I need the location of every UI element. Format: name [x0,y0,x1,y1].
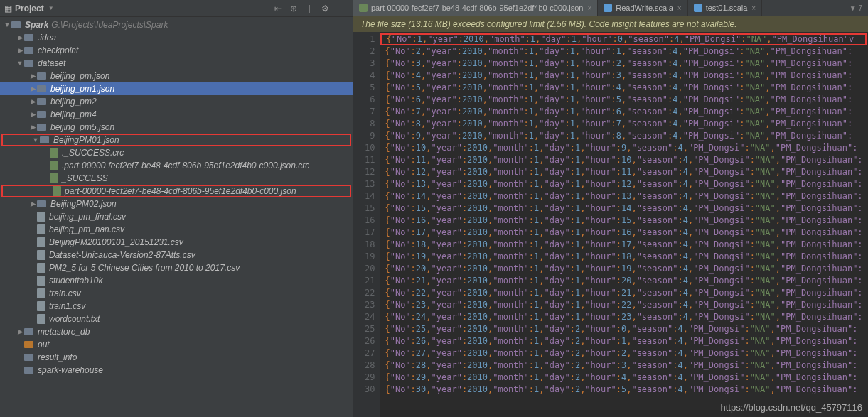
tree-item[interactable]: ▶.idea [0,31,353,44]
expand-arrow-icon[interactable]: ▶ [28,200,37,207]
expand-arrow-icon[interactable]: ▶ [16,328,24,335]
code-line[interactable]: {"No":20,"year":2010,"month":1,"day":1,"… [380,263,868,275]
close-icon[interactable]: × [677,4,682,12]
code-line[interactable]: {"No":18,"year":2010,"month":1,"day":1,"… [380,239,868,251]
expand-arrow-icon[interactable]: ▶ [16,34,24,41]
code-line[interactable]: {"No":27,"year":2010,"month":1,"day":2,"… [380,347,868,359]
code-line[interactable]: {"No":7,"year":2010,"month":1,"day":1,"h… [380,106,868,118]
editor-tab[interactable]: part-00000-fecf2ef7-be48-4cdf-806b-95ef1… [353,0,598,16]
tree-root[interactable]: ▼ Spark G:\Projects\IdeaProjects\Spark [0,18,353,31]
close-icon[interactable]: × [587,4,591,12]
tree-item[interactable]: .part-00000-fecf2ef7-be48-4cdf-806b-95ef… [0,159,353,172]
collapse-icon[interactable]: ⇤ [272,2,284,15]
collapse-arrow-icon[interactable]: ▼ [16,60,24,67]
code-line[interactable]: {"No":24,"year":2010,"month":1,"day":1,"… [380,311,868,323]
expand-arrow-icon[interactable]: ▶ [28,124,37,131]
code-editor[interactable]: 1234567891011121314151617181920212223242… [353,32,868,417]
target-icon[interactable]: ⊕ [287,2,300,15]
code-line[interactable]: {"No":10,"year":2010,"month":1,"day":1,"… [380,142,868,154]
tree-item[interactable]: train.csv [0,287,353,300]
code-line[interactable]: {"No":9,"year":2010,"month":1,"day":1,"h… [380,130,868,142]
collapse-arrow-icon[interactable]: ▼ [31,136,40,143]
tree-item[interactable]: _SUCCESS [0,172,353,185]
tree-item[interactable]: ▶beijing_pm2 [0,95,353,108]
code-line[interactable]: {"No":8,"year":2010,"month":1,"day":1,"h… [380,118,868,130]
code-line[interactable]: {"No":16,"year":2010,"month":1,"day":1,"… [380,215,868,227]
tree-item-label: studenttab10k [49,276,102,286]
line-number: 12 [365,166,375,178]
line-number: 23 [365,299,375,311]
tree-item[interactable]: ▶beijing_pm4 [0,108,353,121]
close-icon[interactable]: × [751,4,756,12]
tree-item[interactable]: part-00000-fecf2ef7-be48-4cdf-806b-95ef1… [1,185,351,197]
line-number: 19 [365,251,375,263]
code-line[interactable]: {"No":19,"year":2010,"month":1,"day":1,"… [380,251,868,263]
folder-icon [24,341,33,348]
tree-item[interactable]: ▼dataset [0,57,353,70]
tree-item[interactable]: ▼BeijingPM01.json [1,134,351,146]
tree-item-label: checkpoint [38,45,78,55]
scala-file-icon [604,4,612,12]
tree-item[interactable]: ▶checkpoint [0,44,353,57]
gear-icon[interactable]: ⚙ [318,2,331,15]
code-line[interactable]: {"No":29,"year":2010,"month":1,"day":2,"… [380,372,868,384]
code-line[interactable]: {"No":22,"year":2010,"month":1,"day":1,"… [380,287,868,299]
tree-item[interactable]: BeijingPM20100101_20151231.csv [0,236,353,249]
line-number: 29 [365,372,375,384]
tree-item[interactable]: beijing_pm_nan.csv [0,223,353,236]
tree-item[interactable]: spark-warehouse [0,364,353,377]
editor-tab[interactable]: ReadWrite.scala× [598,0,687,16]
expand-arrow-icon[interactable]: ▼ [3,21,11,28]
tree-item[interactable]: wordcount.txt [0,313,353,325]
code-line[interactable]: {"No":25,"year":2010,"month":1,"day":2,"… [380,323,868,335]
tree-item[interactable]: studenttab10k [0,274,353,287]
code-line[interactable]: {"No":17,"year":2010,"month":1,"day":1,"… [380,227,868,239]
code-line[interactable]: {"No":13,"year":2010,"month":1,"day":1,"… [380,178,868,190]
tree-item[interactable]: ▶beijing_pm.json [0,70,353,82]
hide-icon[interactable]: — [334,2,347,15]
code-line[interactable]: {"No":6,"year":2010,"month":1,"day":1,"h… [380,94,868,106]
code-line[interactable]: {"No":3,"year":2010,"month":1,"day":1,"h… [380,58,868,70]
code-line[interactable]: {"No":23,"year":2010,"month":1,"day":1,"… [380,299,868,311]
tree-item[interactable]: beijing_pm_final.csv [0,210,353,223]
tree-item[interactable]: Dataset-Unicauca-Version2-87Atts.csv [0,249,353,261]
tree-item[interactable]: ▶metastore_db [0,325,353,338]
tree-item-label: BeijingPM01.json [53,135,119,145]
expand-arrow-icon[interactable]: ▶ [28,85,37,92]
tree-item[interactable]: train1.csv [0,300,353,313]
code-line[interactable]: {"No":15,"year":2010,"month":1,"day":1,"… [380,202,868,215]
tree-item[interactable]: PM2_5 for 5 Chinese Cities from 2010 to … [0,261,353,274]
code-line[interactable]: {"No":5,"year":2010,"month":1,"day":1,"h… [380,82,868,94]
tab-overflow[interactable]: ▼ 7 [844,0,868,16]
code-line[interactable]: {"No":26,"year":2010,"month":1,"day":2,"… [380,335,868,347]
code-line[interactable]: {"No":30,"year":2010,"month":1,"day":2,"… [380,384,868,396]
expand-arrow-icon[interactable]: ▶ [28,111,37,118]
editor-tab[interactable]: test01.scala× [688,0,763,16]
expand-arrow-icon[interactable]: ▶ [28,98,37,105]
folder-icon [24,354,33,361]
tree-item-label: train.csv [49,288,81,298]
tree-item[interactable]: result_info [0,351,353,364]
expand-arrow-icon[interactable]: ▶ [28,72,37,80]
code-line[interactable]: {"No":12,"year":2010,"month":1,"day":1,"… [380,166,868,178]
code-line[interactable]: {"No":14,"year":2010,"month":1,"day":1,"… [380,190,868,202]
code-line[interactable]: {"No":2,"year":2010,"month":1,"day":1,"h… [380,45,868,58]
code-line[interactable]: {"No":11,"year":2010,"month":1,"day":1,"… [380,154,868,166]
tree-item[interactable]: ▶beijing_pm5.json [0,121,353,134]
code-content[interactable]: {"No":1,"year":2010,"month":1,"day":1,"h… [380,32,868,417]
tree-item-label: .part-00000-fecf2ef7-be48-4cdf-806b-95ef… [62,161,309,170]
tree-item[interactable]: ._SUCCESS.crc [0,146,353,159]
json-file-icon [50,161,58,170]
code-line[interactable]: {"No":1,"year":2010,"month":1,"day":1,"h… [380,33,867,45]
tree-item[interactable]: ▶beijing_pm1.json [0,82,353,95]
code-line[interactable]: {"No":21,"year":2010,"month":1,"day":1,"… [380,275,868,287]
line-number: 30 [365,384,375,396]
tree-item[interactable]: out [0,338,353,351]
json-file-icon [50,148,58,158]
expand-arrow-icon[interactable]: ▶ [16,47,24,54]
panel-dropdown-icon[interactable]: ▼ [48,5,54,11]
tree-item[interactable]: ▶BeijingPM02.json [0,197,353,210]
code-line[interactable]: {"No":4,"year":2010,"month":1,"day":1,"h… [380,70,868,82]
code-line[interactable]: {"No":28,"year":2010,"month":1,"day":2,"… [380,359,868,372]
project-tree[interactable]: ▼ Spark G:\Projects\IdeaProjects\Spark ▶… [0,17,353,417]
